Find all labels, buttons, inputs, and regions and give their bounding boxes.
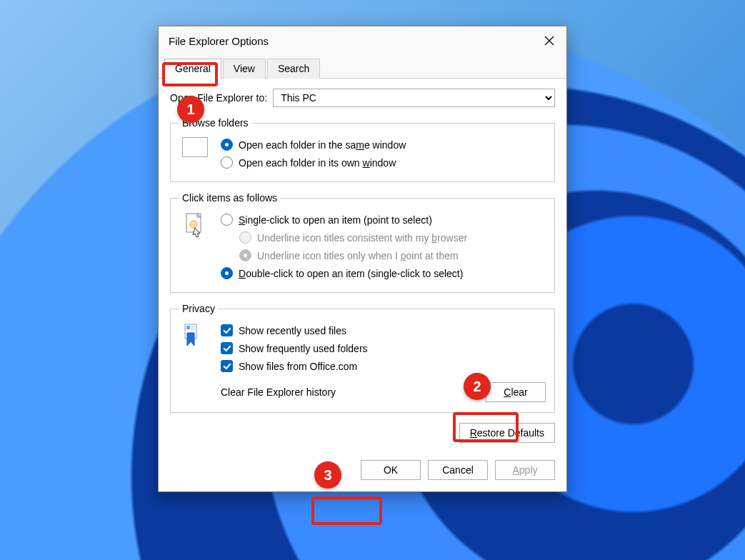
- radio-icon: [221, 214, 233, 226]
- desktop-background: File Explorer Options General View Searc…: [0, 0, 745, 560]
- radio-own-window[interactable]: Open each folder in its own window: [221, 154, 546, 171]
- tab-body-general: Open File Explorer to: This PC Browse fo…: [159, 79, 566, 451]
- clear-history-label: Clear File Explorer history: [221, 386, 336, 398]
- radio-icon: [239, 231, 251, 244]
- close-icon: [544, 36, 554, 46]
- click-items-group: Click items as follows: [170, 192, 555, 293]
- open-to-label: Open File Explorer to:: [170, 92, 267, 104]
- svg-rect-7: [186, 326, 190, 329]
- check-frequent-folders[interactable]: Show frequently used folders: [221, 339, 546, 357]
- cancel-button[interactable]: Cancel: [428, 460, 488, 480]
- file-explorer-options-dialog: File Explorer Options General View Searc…: [158, 26, 567, 492]
- checkbox-icon: [221, 342, 233, 354]
- clear-button[interactable]: Clear: [486, 382, 546, 402]
- radio-underline-point: Underline icon titles only when I point …: [221, 246, 546, 264]
- tab-search[interactable]: Search: [267, 59, 320, 79]
- titlebar: File Explorer Options: [159, 26, 566, 55]
- dialog-title: File Explorer Options: [169, 35, 532, 47]
- click-items-legend: Click items as follows: [179, 192, 280, 204]
- tab-general[interactable]: General: [164, 59, 221, 79]
- file-click-icon: [179, 211, 211, 282]
- tab-view[interactable]: View: [223, 59, 266, 79]
- browse-folders-group: Browse folders Open each folder in the s…: [170, 117, 555, 182]
- svg-rect-8: [191, 326, 195, 328]
- browse-folders-legend: Browse folders: [179, 117, 251, 129]
- close-button[interactable]: [532, 26, 566, 55]
- checkbox-icon: [221, 324, 233, 336]
- apply-button[interactable]: Apply: [495, 460, 555, 480]
- folder-icon: [179, 136, 211, 171]
- radio-underline-browser: Underline icon titles consistent with my…: [221, 229, 546, 246]
- highlight-ok-button: [311, 496, 382, 525]
- svg-point-4: [190, 221, 197, 228]
- check-recent-files[interactable]: Show recently used files: [221, 321, 546, 339]
- radio-icon: [221, 156, 233, 169]
- open-to-combo[interactable]: This PC: [273, 89, 555, 107]
- radio-icon: [221, 267, 233, 279]
- radio-double-click[interactable]: Double-click to open an item (single-cli…: [221, 264, 546, 282]
- radio-same-window[interactable]: Open each folder in the same window: [221, 136, 546, 154]
- ok-button[interactable]: OK: [361, 460, 421, 480]
- privacy-icon: [179, 321, 211, 402]
- radio-single-click[interactable]: Single-click to open an item (point to s…: [221, 211, 546, 229]
- privacy-legend: Privacy: [179, 303, 218, 314]
- open-to-row: Open File Explorer to: This PC: [170, 89, 555, 107]
- radio-icon: [221, 139, 233, 151]
- check-office-files[interactable]: Show files from Office.com: [221, 357, 546, 375]
- radio-icon: [239, 249, 251, 261]
- checkbox-icon: [221, 360, 233, 372]
- tabstrip: General View Search: [159, 55, 566, 79]
- svg-marker-10: [187, 333, 194, 346]
- dialog-footer: OK Cancel Apply: [159, 451, 566, 491]
- svg-rect-9: [191, 329, 195, 330]
- privacy-group: Privacy Show re: [170, 303, 555, 413]
- restore-defaults-button[interactable]: Restore Defaults: [459, 423, 555, 443]
